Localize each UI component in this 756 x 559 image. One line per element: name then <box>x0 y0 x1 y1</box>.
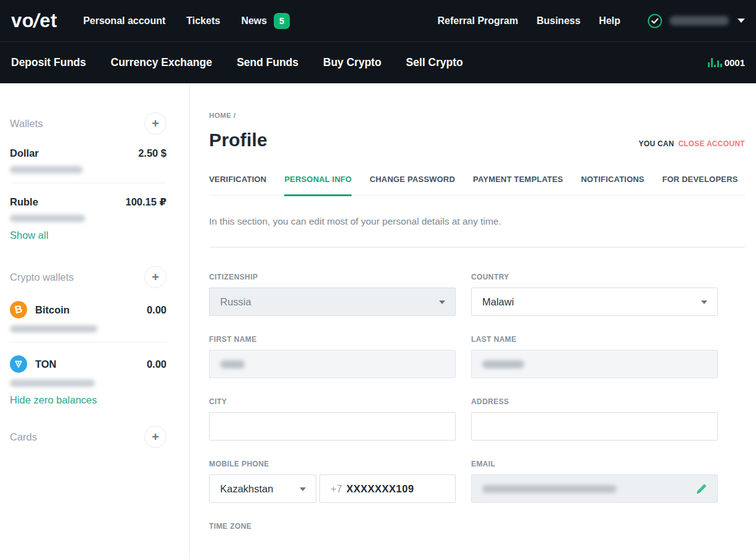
tab-for-developers[interactable]: FOR DEVELOPERS <box>662 175 738 195</box>
crypto-section-title: Crypto wallets <box>10 271 74 283</box>
profile-tabs: VERIFICATION PERSONAL INFO CHANGE PASSWO… <box>209 175 745 196</box>
page-title: Profile <box>209 130 268 151</box>
tab-personal-info[interactable]: PERSONAL INFO <box>284 175 351 196</box>
divider <box>10 183 166 183</box>
profile-main: HOME / Profile YOU CAN CLOSE ACCOUNT VER… <box>190 83 756 559</box>
nav-tickets[interactable]: Tickets <box>186 15 220 27</box>
email-field <box>471 474 718 503</box>
top-header: vo/et Personal account Tickets News5 Ref… <box>0 0 756 41</box>
mobile-phone-label: MOBILE PHONE <box>209 460 456 468</box>
chevron-down-icon <box>439 300 445 304</box>
bitcoin-icon: B <box>10 301 27 318</box>
nav-business[interactable]: Business <box>536 15 580 27</box>
pencil-icon[interactable] <box>694 482 709 497</box>
nav-help[interactable]: Help <box>599 15 620 27</box>
city-input[interactable] <box>209 412 456 441</box>
wallet-balance: 0.00 <box>147 358 166 370</box>
chevron-down-icon <box>300 487 306 491</box>
phone-country-select[interactable]: Kazakhstan <box>209 474 316 503</box>
tab-verification[interactable]: VERIFICATION <box>209 175 266 195</box>
first-name-redacted <box>220 360 245 368</box>
nav-buy-crypto[interactable]: Buy Crypto <box>323 56 381 69</box>
plus-icon: + <box>152 117 159 130</box>
wallet-row-ruble[interactable]: Ruble 100.15 ₽ <box>10 196 166 208</box>
divider <box>10 342 166 342</box>
you-can-label: YOU CAN <box>639 139 674 148</box>
action-nav: Deposit Funds Currency Exchange Send Fun… <box>0 41 756 83</box>
phone-prefix: +7 <box>331 483 342 495</box>
citizenship-select[interactable]: Russia <box>209 288 456 316</box>
wallet-account-redacted <box>10 215 85 222</box>
section-description: In this section, you can edit most of yo… <box>209 216 745 227</box>
nav-deposit-funds[interactable]: Deposit Funds <box>11 56 86 69</box>
tab-notifications[interactable]: NOTIFICATIONS <box>581 175 644 195</box>
chevron-down-icon <box>738 19 745 23</box>
add-crypto-wallet-button[interactable]: + <box>144 266 166 288</box>
close-account-area: YOU CAN CLOSE ACCOUNT <box>639 139 745 151</box>
timezone-label: TIME ZONE <box>209 522 456 531</box>
first-name-label: FIRST NAME <box>209 335 456 344</box>
wallet-row-dollar[interactable]: Dollar 2.50 $ <box>10 147 166 159</box>
nav-sell-crypto[interactable]: Sell Crypto <box>406 56 462 69</box>
tab-change-password[interactable]: CHANGE PASSWORD <box>369 175 455 195</box>
address-label: ADDRESS <box>471 397 718 406</box>
breadcrumb[interactable]: HOME / <box>209 112 745 119</box>
wallet-row-ton[interactable]: TON 0.00 <box>10 355 166 373</box>
stats-bars-icon <box>708 58 722 67</box>
show-all-link[interactable]: Show all <box>10 230 48 241</box>
last-name-field <box>471 350 718 378</box>
email-label: EMAIL <box>471 460 718 468</box>
stats-value: 0001 <box>725 58 745 67</box>
cards-section-title: Cards <box>10 431 37 443</box>
nav-referral-program[interactable]: Referral Program <box>437 15 518 27</box>
account-menu[interactable] <box>647 14 745 28</box>
nav-currency-exchange[interactable]: Currency Exchange <box>111 56 212 69</box>
nav-personal-account[interactable]: Personal account <box>83 15 165 27</box>
wallet-balance: 100.15 ₽ <box>125 196 166 208</box>
wallet-row-bitcoin[interactable]: B Bitcoin 0.00 <box>10 301 166 318</box>
country-label: COUNTRY <box>471 273 718 281</box>
add-wallet-button[interactable]: + <box>144 112 166 135</box>
top-nav: Personal account Tickets News5 <box>83 13 290 29</box>
account-name-redacted <box>670 16 729 25</box>
add-card-button[interactable]: + <box>144 426 166 448</box>
hide-zero-balances-link[interactable]: Hide zero balances <box>10 394 97 406</box>
wallet-account-redacted <box>10 166 83 173</box>
news-count-badge: 5 <box>274 13 290 29</box>
nav-news[interactable]: News5 <box>241 13 290 29</box>
ton-icon <box>10 355 27 373</box>
plus-icon: + <box>152 271 159 283</box>
account-stats[interactable]: 0001 <box>708 58 745 67</box>
wallet-address-redacted <box>10 325 97 333</box>
tab-payment-templates[interactable]: PAYMENT TEMPLATES <box>473 175 563 195</box>
city-label: CITY <box>209 397 456 406</box>
wallets-section-title: Wallets <box>10 118 43 130</box>
top-nav-right: Referral Program Business Help <box>437 14 745 28</box>
last-name-label: LAST NAME <box>471 335 718 344</box>
email-redacted <box>482 485 617 493</box>
personal-info-form: CITIZENSHIP Russia COUNTRY Malawi FIRST … <box>209 273 745 531</box>
phone-number: XXXXXXX109 <box>347 483 414 495</box>
plus-icon: + <box>152 431 159 443</box>
phone-number-input[interactable]: +7 XXXXXXX109 <box>319 474 456 503</box>
close-account-link[interactable]: CLOSE ACCOUNT <box>678 139 745 148</box>
citizenship-label: CITIZENSHIP <box>209 273 456 281</box>
wallet-address-redacted <box>10 379 95 387</box>
wallet-balance: 0.00 <box>147 304 166 316</box>
wallet-balance: 2.50 $ <box>138 147 166 159</box>
last-name-redacted <box>482 360 524 368</box>
divider <box>209 247 745 247</box>
address-input[interactable] <box>471 412 718 441</box>
country-select[interactable]: Malawi <box>471 288 718 316</box>
wallet-sidebar: Wallets + Dollar 2.50 $ Ruble 100.15 ₽ S… <box>0 83 190 559</box>
nav-send-funds[interactable]: Send Funds <box>237 56 298 69</box>
chevron-down-icon <box>701 300 707 304</box>
first-name-field <box>209 350 456 378</box>
volet-logo[interactable]: vo/et <box>11 10 57 32</box>
verified-check-icon <box>647 14 662 28</box>
